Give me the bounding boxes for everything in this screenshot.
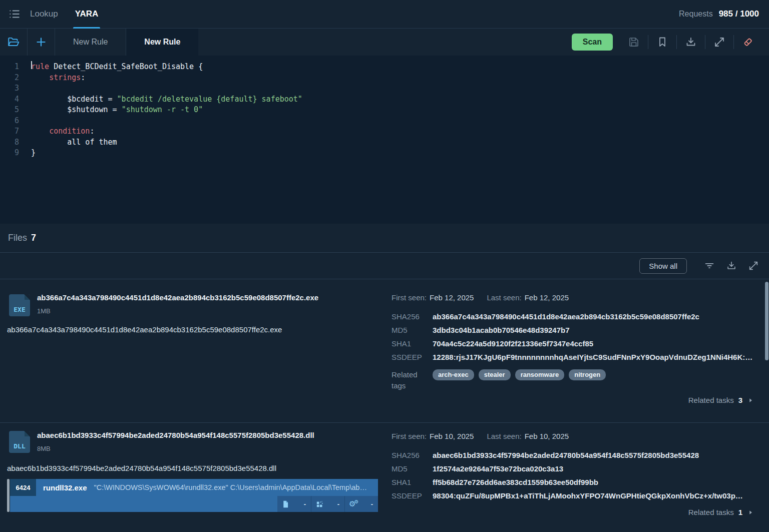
code-line: 1rule Detect_BCDedit_SafeBoot_Disable { [0,62,769,73]
md5-row: MD53dbd3c04b1acab0b70546e48d39247b7 [392,326,761,334]
code-line: 2 strings: [0,73,769,84]
bookmark-button[interactable] [648,35,676,50]
sha1-row: SHA1704a4c5c224a5d9120f2f21336e5f7347e4c… [392,339,761,348]
code-line: 3 [0,83,769,94]
file-size: 1MB [37,307,51,315]
scrollbar-handle[interactable] [7,479,10,512]
requests-value: 985 / 1000 [719,9,759,19]
bookmark-icon [656,36,668,48]
process-modules-stat: - [311,496,344,512]
process-cmdline: "C:\WINDOWS\SysWOW64\rundll32.exe" C:\Us… [94,483,378,491]
files-label: Files [8,233,27,243]
gears-icon: ⚙⚙ [349,500,360,508]
expand-icon [713,36,725,48]
tag-chip[interactable]: nitrogen [569,369,606,380]
expand-results-button[interactable] [745,258,762,273]
save-button[interactable] [620,35,648,50]
tab-new-rule-active[interactable]: New Rule [126,29,198,56]
tag-chip[interactable]: stealer [479,369,511,380]
sha256-row: SHA256abaec6b1bd3933c4f57994be2aded24780… [392,451,761,459]
save-icon [628,36,640,48]
list-icon[interactable] [8,8,21,21]
code-line: 5 $shutdown = "shutdown -r -t 0" [0,105,769,116]
ssdeep-row: SSDEEP12288:rjsJ17KJgU6pF9tnnnnnnnnhqAse… [392,353,761,361]
open-rule-button[interactable] [0,29,28,56]
new-rule-tab-button[interactable] [28,29,55,56]
related-tasks-link[interactable]: Related tasks 1 [688,508,754,516]
related-tags-label: Related tags [392,369,433,391]
expand-icon [748,260,759,271]
requests-label: Requests [679,10,713,19]
process-stats-strip: - - ⚙⚙ - [277,496,378,512]
folder-open-icon [7,36,20,49]
code-line: 8 all of them [0,137,769,148]
download-icon [685,36,697,48]
seen-dates: First seen:Feb 10, 2025 Last seen:Feb 10… [392,432,569,440]
top-bar: Lookup YARA Requests 985 / 1000 [0,0,769,29]
process-pid: 6424 [10,479,36,496]
ssdeep-row: SSDEEP98304:quZFu/8upMPBx1+aTiThLjAMoohx… [392,491,761,500]
file-name: ab366a7c4a343a798490c4451d1d8e42aea2b894… [37,293,318,302]
related-tasks-link[interactable]: Related tasks 3 [688,396,754,404]
process-registry-stat: ⚙⚙ - [344,496,378,512]
tab-new-rule-inactive[interactable]: New Rule [55,29,126,56]
rule-tab-bar: New Rule New Rule Scan [0,29,769,56]
seen-dates: First seen:Feb 12, 2025 Last seen:Feb 12… [392,293,569,302]
caret-right-icon [747,509,754,516]
file-name: abaec6b1bd3933c4f57994be2aded24780b54a95… [37,431,314,439]
sha1-row: SHA1ff5b68d27e726dd6ae383cd1559b63ee50df… [392,478,761,486]
yara-rule-editor[interactable]: 1rule Detect_BCDedit_SafeBoot_Disable { … [0,56,769,224]
file-icon [281,500,290,508]
code-line: 6 [0,116,769,127]
expand-editor-button[interactable] [705,35,733,50]
filter-icon [704,260,715,271]
file-result-row[interactable]: DLL abaec6b1bd3933c4f57994be2aded24780b5… [0,423,769,527]
file-process-name: abaec6b1bd3933c4f57994be2aded24780b54a95… [7,464,276,472]
process-executable: rundll32.exe [43,483,87,492]
download-rule-button[interactable] [677,35,705,50]
related-tags-row: Related tags arch-exec stealer ransomwar… [392,369,761,391]
scan-button[interactable]: Scan [572,34,613,51]
plus-icon [35,36,48,49]
yara-search-screen: Lookup YARA Requests 985 / 1000 New Rule [0,0,769,532]
dll-file-icon: DLL [9,431,30,453]
text-cursor [31,61,32,69]
file-result-row[interactable]: EXE ab366a7c4a343a798490c4451d1d8e42aea2… [0,279,769,423]
clear-rule-button[interactable] [734,35,762,50]
nav-lookup[interactable]: Lookup [30,0,58,29]
eraser-icon [742,36,754,48]
sha256-row: SHA256ab366a7c4a343a798490c4451d1d8e42ae… [392,312,761,321]
files-section-header: Files 7 [0,224,769,253]
files-count: 7 [31,233,36,243]
process-row[interactable]: 6424 rundll32.exe "C:\WINDOWS\SysWOW64\r… [10,479,378,512]
code-line: 4 $bcdedit = "bcdedit /deletevalue {defa… [0,94,769,105]
show-all-button[interactable]: Show all [639,258,687,274]
scrollbar-thumb[interactable] [765,282,768,360]
download-results-button[interactable] [723,258,740,273]
files-toolbar: Show all [0,253,769,279]
file-process-name: ab366a7c4a343a798490c4451d1d8e42aea2b894… [7,325,282,334]
caret-right-icon [747,397,754,404]
filter-button[interactable] [701,258,718,273]
tag-chip[interactable]: arch-exec [433,369,474,380]
modules-icon [315,500,324,508]
code-line: 7 condition: [0,126,769,137]
nav-yara[interactable]: YARA [75,0,99,29]
download-icon [726,260,737,271]
process-files-stat: - [277,496,311,512]
exe-file-icon: EXE [9,294,30,316]
file-size: 8MB [37,445,51,452]
tag-chip[interactable]: ransomware [515,369,565,380]
code-line: 9} [0,148,769,159]
md5-row: MD51f2574a2e9264a7f53e72bca020c3a13 [392,464,761,473]
